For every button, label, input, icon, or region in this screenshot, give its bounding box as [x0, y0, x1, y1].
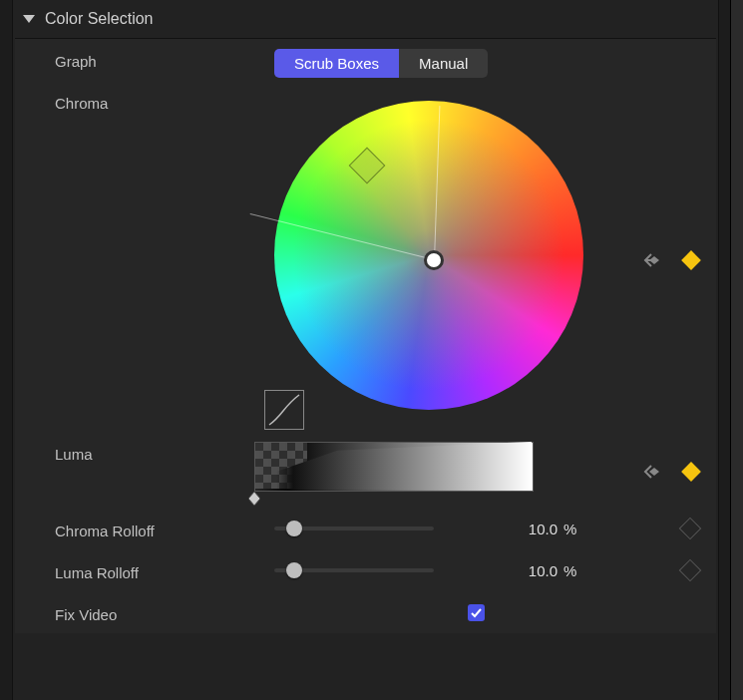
chroma-rolloff-unit: % [557, 521, 593, 537]
chroma-reset-button[interactable] [642, 252, 662, 268]
graph-mode-segmented[interactable]: Scrub Boxes Manual [274, 49, 488, 78]
graph-mode-scrub-boxes[interactable]: Scrub Boxes [274, 49, 399, 78]
section-header[interactable]: Color Selection [13, 0, 718, 38]
svg-marker-0 [649, 256, 659, 264]
luma-rolloff-slider[interactable] [274, 568, 434, 572]
luma-rolloff-thumb[interactable] [286, 562, 302, 578]
luma-keyframe-button[interactable] [681, 462, 701, 482]
graph-label: Graph [15, 49, 254, 70]
luma-rolloff-value[interactable]: 10.0 [474, 562, 557, 579]
scrollbar-track[interactable] [730, 0, 743, 700]
chroma-rolloff-label: Chroma Rolloff [15, 519, 254, 539]
chroma-center-handle[interactable] [424, 250, 444, 270]
graph-mode-manual[interactable]: Manual [399, 49, 488, 78]
fix-video-label: Fix Video [15, 602, 254, 623]
luma-rolloff-keyframe-button[interactable] [679, 559, 702, 582]
chroma-curve-button[interactable] [264, 390, 304, 430]
fix-video-checkbox[interactable] [468, 604, 485, 621]
luma-rolloff-unit: % [557, 562, 593, 579]
svg-marker-1 [248, 492, 260, 506]
chroma-keyframe-button[interactable] [681, 250, 701, 270]
chroma-color-wheel[interactable] [264, 91, 603, 430]
luma-range-handle[interactable] [248, 492, 260, 506]
luma-rolloff-label: Luma Rolloff [15, 560, 254, 581]
luma-gradient-control[interactable] [254, 442, 544, 502]
luma-label: Luma [15, 442, 254, 463]
chroma-rolloff-slider[interactable] [274, 526, 434, 530]
chroma-rolloff-value[interactable]: 10.0 [474, 521, 557, 537]
section-title: Color Selection [45, 10, 154, 28]
chroma-rolloff-keyframe-button[interactable] [679, 518, 702, 540]
chroma-label: Chroma [15, 91, 254, 112]
luma-reset-button[interactable] [642, 464, 662, 480]
disclosure-triangle-icon[interactable] [23, 15, 35, 23]
svg-marker-2 [649, 468, 659, 476]
checkmark-icon [470, 606, 483, 619]
chroma-rolloff-thumb[interactable] [286, 521, 302, 536]
